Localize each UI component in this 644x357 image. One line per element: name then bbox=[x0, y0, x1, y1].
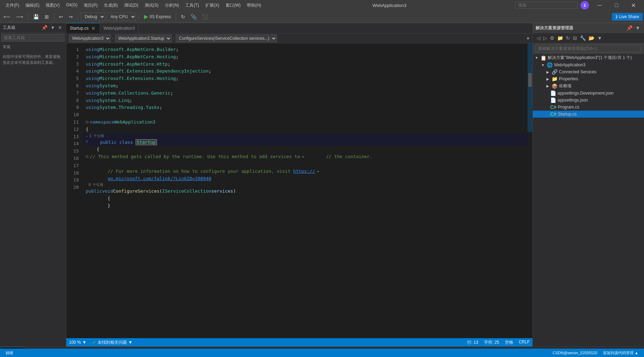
tree-appsettings-dev[interactable]: 📄 appsettings.Development.json bbox=[533, 90, 644, 97]
code-line-11: ⊟namespace WebApplication3 bbox=[83, 119, 528, 126]
toolbox-options-button[interactable]: ▼ bbox=[49, 24, 56, 31]
toolbox-pin-button[interactable]: 📌 bbox=[40, 24, 48, 31]
code-line-5: using Microsoft.Extensions.Hosting; bbox=[83, 75, 528, 82]
dependencies-label: 依赖项 bbox=[559, 83, 571, 89]
debug-config-dropdown[interactable]: Debug bbox=[81, 13, 105, 21]
save-button[interactable]: 💾 bbox=[31, 13, 41, 21]
se-show-files-button[interactable]: 📁 bbox=[556, 35, 564, 42]
back-button[interactable]: ⟵ bbox=[1, 13, 13, 21]
toolbox-search-container bbox=[0, 32, 66, 43]
breadcrumb-dropdown-3[interactable]: ConfigureServices(IServiceCollection ser… bbox=[176, 35, 277, 42]
main-toolbar: ⟵ ⟶ 💾 ⊞ ↩ ↪ Debug Any CPU ▶ IIS Express … bbox=[0, 10, 644, 23]
code-content-area[interactable]: 12345678910 11121314151617181920 using M… bbox=[66, 43, 532, 338]
code-line-20 bbox=[83, 210, 528, 217]
editor-scrollbar[interactable] bbox=[528, 43, 532, 338]
code-editor: Startup.cs ✕ WebApplication3 WebApplicat… bbox=[66, 23, 532, 347]
run-button[interactable]: ▶ IIS Express bbox=[142, 12, 173, 21]
breakpoint-button[interactable]: ⬛ bbox=[200, 13, 210, 21]
menu-item[interactable]: 工具(T) bbox=[182, 1, 202, 10]
tree-startup-cs[interactable]: C# Startup.cs bbox=[533, 111, 644, 118]
title-bar: 文件(F)编辑(E)视图(V)Git(G)项目(P)生成(B)调试(D)测试(S… bbox=[0, 0, 644, 10]
se-options-button[interactable]: ▼ bbox=[634, 24, 641, 31]
se-pin-button[interactable]: 📌 bbox=[626, 24, 634, 31]
encoding-status: CRLF bbox=[519, 340, 530, 345]
se-open-folder-button[interactable]: 📂 bbox=[588, 35, 596, 42]
project-icon: 🌐 bbox=[547, 62, 553, 68]
refresh-button[interactable]: ↻ bbox=[179, 13, 187, 21]
menu-item[interactable]: 编辑(E) bbox=[23, 1, 42, 10]
code-line-7: using System.Collections.Generic; bbox=[83, 90, 528, 97]
menu-item[interactable]: 视图(V) bbox=[43, 1, 62, 10]
scrollbar-highlight bbox=[528, 43, 532, 132]
solution-explorer-header: 解决方案资源管理器 📌 ▼ bbox=[533, 23, 644, 33]
project-arrow: ▼ bbox=[540, 62, 545, 67]
code-line-4: using Microsoft.Extensions.DependencyInj… bbox=[83, 68, 528, 75]
attach-button[interactable]: 📎 bbox=[189, 13, 199, 21]
tab-startup-cs[interactable]: Startup.cs ✕ bbox=[66, 23, 100, 33]
editor-breadcrumb-bar: WebApplication3 › WebApplication3.Startu… bbox=[66, 34, 532, 43]
menu-item[interactable]: 窗口(W) bbox=[223, 1, 243, 10]
tab-webapplication3[interactable]: WebApplication3 bbox=[100, 23, 139, 33]
tab-startup-cs-close[interactable]: ✕ bbox=[91, 25, 96, 31]
separator-4 bbox=[139, 13, 139, 20]
code-line-9: using System.Threading.Tasks; bbox=[83, 104, 528, 111]
cpu-config-dropdown[interactable]: Any CPU bbox=[107, 13, 136, 21]
separator-2 bbox=[54, 13, 54, 20]
breadcrumb-dropdown-2[interactable]: WebApplication3.Startup bbox=[115, 35, 172, 42]
forward-button[interactable]: ⟶ bbox=[14, 13, 25, 21]
toolbox-panel: 工具箱 📌 ▼ ✕ 常规 此组中没有可用的控件。将某项拖至此文本可将其添加到工具… bbox=[0, 23, 66, 347]
tree-appsettings[interactable]: 📄 appsettings.json bbox=[533, 97, 644, 104]
appsettings-label: appsettings.json bbox=[558, 98, 588, 103]
program-cs-label: Program.cs bbox=[558, 105, 579, 110]
se-refresh-button[interactable]: ↻ bbox=[565, 35, 571, 42]
menu-item[interactable]: 分析(N) bbox=[162, 1, 182, 10]
save-all-button[interactable]: ⊞ bbox=[43, 13, 51, 21]
redo-button[interactable]: ↪ bbox=[67, 13, 75, 21]
editor-add-button[interactable]: + bbox=[526, 35, 530, 42]
minimize-button[interactable]: ─ bbox=[592, 0, 608, 10]
tree-solution-root[interactable]: ▼ 📋 解决方案"WebApplication3"(1 个项目/共 1 个) bbox=[533, 54, 644, 61]
menu-item[interactable]: 生成(B) bbox=[101, 1, 121, 10]
maximize-button[interactable]: □ bbox=[608, 0, 624, 10]
undo-button[interactable]: ↩ bbox=[57, 13, 65, 21]
connected-services-label: Connected Services bbox=[559, 69, 596, 74]
menu-item[interactable]: 测试(S) bbox=[142, 1, 161, 10]
toolbox-pins: 📌 ▼ ✕ bbox=[40, 24, 63, 31]
zoom-status[interactable]: 100 % ▼ bbox=[69, 340, 86, 345]
tree-program-cs[interactable]: C# Program.cs bbox=[533, 104, 644, 111]
tree-dependencies[interactable]: ▶ 📦 依赖项 bbox=[533, 82, 644, 90]
title-bar-right: 2 ─ □ ✕ bbox=[515, 0, 641, 10]
menu-item[interactable]: 项目(P) bbox=[81, 1, 100, 10]
tree-project[interactable]: ▼ 🌐 WebApplication3 bbox=[533, 61, 644, 68]
live-share-button[interactable]: ⟫ Live Share bbox=[612, 13, 643, 21]
menu-item[interactable]: 文件(F) bbox=[3, 1, 22, 10]
user-avatar[interactable]: 2 bbox=[581, 1, 589, 9]
close-button[interactable]: ✕ bbox=[625, 0, 641, 10]
separator-3 bbox=[78, 13, 78, 20]
col-status: 字符: 25 bbox=[484, 340, 499, 345]
tree-properties[interactable]: ▶ 📁 Properties bbox=[533, 75, 644, 82]
status-add-to-source[interactable]: 添加到源代码管理 ▲ bbox=[600, 350, 641, 356]
toolbox-search-input[interactable] bbox=[1, 34, 65, 42]
toolbox-close-button[interactable]: ✕ bbox=[57, 24, 63, 31]
se-pending-changes-button[interactable]: 🔧 bbox=[579, 35, 587, 42]
live-share-icon: ⟫ bbox=[615, 14, 618, 19]
menu-item[interactable]: 帮助(H) bbox=[244, 1, 264, 10]
se-collapse-button[interactable]: ⊟ bbox=[572, 35, 578, 42]
tree-connected-services[interactable]: ▶ 🔗 Connected Services bbox=[533, 68, 644, 75]
scrollbar-thumb[interactable] bbox=[528, 73, 532, 87]
global-search-input[interactable] bbox=[515, 2, 578, 9]
breadcrumb-dropdown-1[interactable]: WebApplication3 bbox=[69, 35, 111, 42]
status-ready: 就绪 bbox=[3, 350, 16, 356]
toolbox-section-label: 常规 bbox=[0, 43, 66, 51]
solution-explorer-search-input[interactable] bbox=[536, 45, 641, 52]
menu-item[interactable]: 扩展(X) bbox=[203, 1, 222, 10]
se-back-button[interactable]: ◁ bbox=[536, 35, 541, 42]
se-properties-button[interactable]: ⚙ bbox=[549, 35, 555, 42]
menu-item[interactable]: Git(G) bbox=[63, 1, 80, 10]
se-forward-button[interactable]: ▷ bbox=[542, 35, 548, 42]
code-line-16: // For more information on how to config… bbox=[83, 168, 528, 188]
code-editor-lines[interactable]: using Microsoft.AspNetCore.Builder; usin… bbox=[83, 43, 528, 338]
se-filter-button[interactable]: ▼ bbox=[596, 35, 603, 42]
menu-item[interactable]: 调试(D) bbox=[121, 1, 141, 10]
